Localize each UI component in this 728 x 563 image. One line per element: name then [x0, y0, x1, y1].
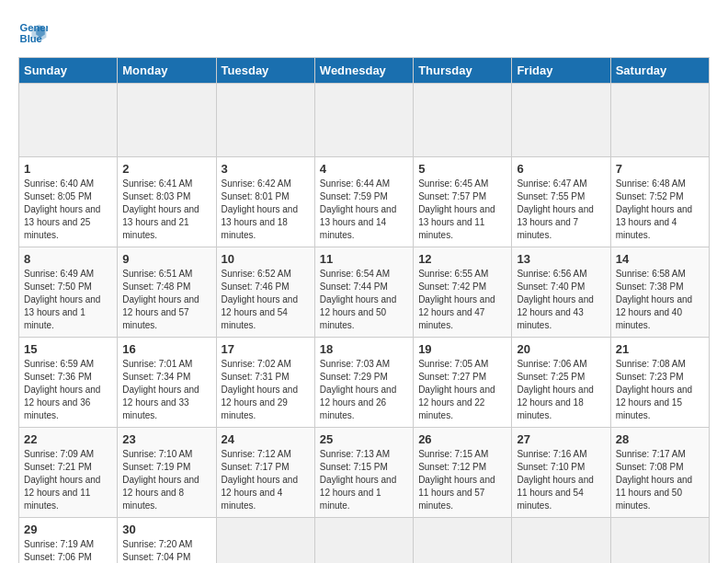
day-number: 28: [616, 432, 704, 446]
day-number: 27: [517, 432, 605, 446]
day-number: 23: [122, 432, 210, 446]
calendar-cell: [314, 84, 413, 157]
day-number: 9: [122, 252, 210, 266]
calendar-cell: 2 Sunrise: 6:41 AM Sunset: 8:03 PM Dayli…: [118, 157, 216, 247]
day-number: 7: [616, 162, 704, 176]
calendar-cell: 1 Sunrise: 6:40 AM Sunset: 8:05 PM Dayli…: [19, 157, 118, 247]
calendar-cell: 11 Sunrise: 6:54 AM Sunset: 7:44 PM Dayl…: [314, 247, 413, 338]
week-row-1: 1 Sunrise: 6:40 AM Sunset: 8:05 PM Dayli…: [19, 157, 710, 247]
day-detail: Sunrise: 7:02 AM Sunset: 7:31 PM Dayligh…: [222, 358, 310, 422]
day-detail: Sunrise: 7:19 AM Sunset: 7:06 PM Dayligh…: [24, 538, 112, 563]
week-row-5: 29 Sunrise: 7:19 AM Sunset: 7:06 PM Dayl…: [19, 518, 710, 564]
calendar-cell: 6 Sunrise: 6:47 AM Sunset: 7:55 PM Dayli…: [512, 157, 610, 247]
day-number: 26: [418, 432, 506, 446]
day-detail: Sunrise: 7:12 AM Sunset: 7:17 PM Dayligh…: [222, 448, 310, 512]
week-row-4: 22 Sunrise: 7:09 AM Sunset: 7:21 PM Dayl…: [19, 428, 710, 518]
day-detail: Sunrise: 6:51 AM Sunset: 7:48 PM Dayligh…: [122, 268, 210, 332]
calendar-cell: 4 Sunrise: 6:44 AM Sunset: 7:59 PM Dayli…: [314, 157, 413, 247]
day-detail: Sunrise: 7:13 AM Sunset: 7:15 PM Dayligh…: [320, 448, 408, 512]
day-number: 16: [122, 342, 210, 356]
col-saturday: Saturday: [610, 58, 709, 84]
week-row-2: 8 Sunrise: 6:49 AM Sunset: 7:50 PM Dayli…: [19, 247, 710, 338]
day-detail: Sunrise: 6:56 AM Sunset: 7:40 PM Dayligh…: [517, 268, 605, 332]
day-number: 30: [122, 523, 210, 536]
calendar-cell: [414, 84, 512, 157]
calendar-cell: 20 Sunrise: 7:06 AM Sunset: 7:25 PM Dayl…: [512, 338, 610, 428]
calendar-cell: [314, 518, 413, 564]
day-detail: Sunrise: 6:58 AM Sunset: 7:38 PM Dayligh…: [616, 268, 704, 332]
day-number: 22: [24, 432, 112, 446]
day-detail: Sunrise: 6:52 AM Sunset: 7:46 PM Dayligh…: [222, 268, 310, 332]
col-thursday: Thursday: [414, 58, 512, 84]
calendar-cell: 30 Sunrise: 7:20 AM Sunset: 7:04 PM Dayl…: [118, 518, 216, 564]
day-number: 2: [122, 162, 210, 176]
day-number: 20: [517, 342, 605, 356]
header-row: Sunday Monday Tuesday Wednesday Thursday…: [19, 58, 710, 84]
col-sunday: Sunday: [19, 58, 118, 84]
calendar-cell: 8 Sunrise: 6:49 AM Sunset: 7:50 PM Dayli…: [19, 247, 118, 338]
day-number: 4: [320, 162, 408, 176]
calendar-cell: 13 Sunrise: 6:56 AM Sunset: 7:40 PM Dayl…: [512, 247, 610, 338]
calendar-cell: [610, 518, 709, 564]
calendar-cell: 24 Sunrise: 7:12 AM Sunset: 7:17 PM Dayl…: [216, 428, 314, 518]
calendar-cell: 21 Sunrise: 7:08 AM Sunset: 7:23 PM Dayl…: [610, 338, 709, 428]
day-number: 5: [418, 162, 506, 176]
calendar-cell: [512, 518, 610, 564]
calendar-cell: 18 Sunrise: 7:03 AM Sunset: 7:29 PM Dayl…: [314, 338, 413, 428]
calendar-cell: 5 Sunrise: 6:45 AM Sunset: 7:57 PM Dayli…: [414, 157, 512, 247]
calendar-cell: 7 Sunrise: 6:48 AM Sunset: 7:52 PM Dayli…: [610, 157, 709, 247]
calendar-table: Sunday Monday Tuesday Wednesday Thursday…: [18, 57, 710, 563]
day-number: 10: [222, 252, 310, 266]
day-number: 15: [24, 342, 112, 356]
calendar-cell: 27 Sunrise: 7:16 AM Sunset: 7:10 PM Dayl…: [512, 428, 610, 518]
day-number: 18: [320, 342, 408, 356]
day-detail: Sunrise: 7:16 AM Sunset: 7:10 PM Dayligh…: [517, 448, 605, 512]
day-detail: Sunrise: 6:54 AM Sunset: 7:44 PM Dayligh…: [320, 268, 408, 332]
day-number: 17: [222, 342, 310, 356]
calendar-cell: [118, 84, 216, 157]
col-tuesday: Tuesday: [216, 58, 314, 84]
col-friday: Friday: [512, 58, 610, 84]
col-monday: Monday: [118, 58, 216, 84]
day-detail: Sunrise: 7:01 AM Sunset: 7:34 PM Dayligh…: [122, 358, 210, 422]
day-detail: Sunrise: 6:48 AM Sunset: 7:52 PM Dayligh…: [616, 178, 704, 242]
calendar-cell: 12 Sunrise: 6:55 AM Sunset: 7:42 PM Dayl…: [414, 247, 512, 338]
day-detail: Sunrise: 7:10 AM Sunset: 7:19 PM Dayligh…: [122, 448, 210, 512]
calendar-cell: 14 Sunrise: 6:58 AM Sunset: 7:38 PM Dayl…: [610, 247, 709, 338]
day-number: 14: [616, 252, 704, 266]
day-detail: Sunrise: 6:45 AM Sunset: 7:57 PM Dayligh…: [418, 178, 506, 242]
calendar-cell: 17 Sunrise: 7:02 AM Sunset: 7:31 PM Dayl…: [216, 338, 314, 428]
day-detail: Sunrise: 6:44 AM Sunset: 7:59 PM Dayligh…: [320, 178, 408, 242]
day-number: 24: [222, 432, 310, 446]
calendar-cell: [216, 84, 314, 157]
day-detail: Sunrise: 6:41 AM Sunset: 8:03 PM Dayligh…: [122, 178, 210, 242]
day-detail: Sunrise: 7:20 AM Sunset: 7:04 PM Dayligh…: [122, 538, 210, 563]
day-number: 21: [616, 342, 704, 356]
day-number: 1: [24, 162, 112, 176]
week-row-0: [19, 84, 710, 157]
calendar-cell: 25 Sunrise: 7:13 AM Sunset: 7:15 PM Dayl…: [314, 428, 413, 518]
day-detail: Sunrise: 6:42 AM Sunset: 8:01 PM Dayligh…: [222, 178, 310, 242]
logo: General Blue: [18, 18, 51, 48]
calendar-cell: 23 Sunrise: 7:10 AM Sunset: 7:19 PM Dayl…: [118, 428, 216, 518]
calendar-cell: 15 Sunrise: 6:59 AM Sunset: 7:36 PM Dayl…: [19, 338, 118, 428]
day-number: 13: [517, 252, 605, 266]
day-detail: Sunrise: 6:49 AM Sunset: 7:50 PM Dayligh…: [24, 268, 112, 332]
page-header: General Blue: [18, 18, 710, 48]
calendar-cell: 28 Sunrise: 7:17 AM Sunset: 7:08 PM Dayl…: [610, 428, 709, 518]
col-wednesday: Wednesday: [314, 58, 413, 84]
day-detail: Sunrise: 7:05 AM Sunset: 7:27 PM Dayligh…: [418, 358, 506, 422]
day-detail: Sunrise: 7:06 AM Sunset: 7:25 PM Dayligh…: [517, 358, 605, 422]
calendar-cell: 29 Sunrise: 7:19 AM Sunset: 7:06 PM Dayl…: [19, 518, 118, 564]
day-number: 25: [320, 432, 408, 446]
week-row-3: 15 Sunrise: 6:59 AM Sunset: 7:36 PM Dayl…: [19, 338, 710, 428]
logo-icon: General Blue: [18, 18, 48, 48]
day-number: 29: [24, 523, 112, 536]
day-detail: Sunrise: 6:59 AM Sunset: 7:36 PM Dayligh…: [24, 358, 112, 422]
day-number: 19: [418, 342, 506, 356]
calendar-cell: 26 Sunrise: 7:15 AM Sunset: 7:12 PM Dayl…: [414, 428, 512, 518]
calendar-cell: [216, 518, 314, 564]
day-detail: Sunrise: 6:55 AM Sunset: 7:42 PM Dayligh…: [418, 268, 506, 332]
day-number: 3: [222, 162, 310, 176]
day-detail: Sunrise: 7:09 AM Sunset: 7:21 PM Dayligh…: [24, 448, 112, 512]
